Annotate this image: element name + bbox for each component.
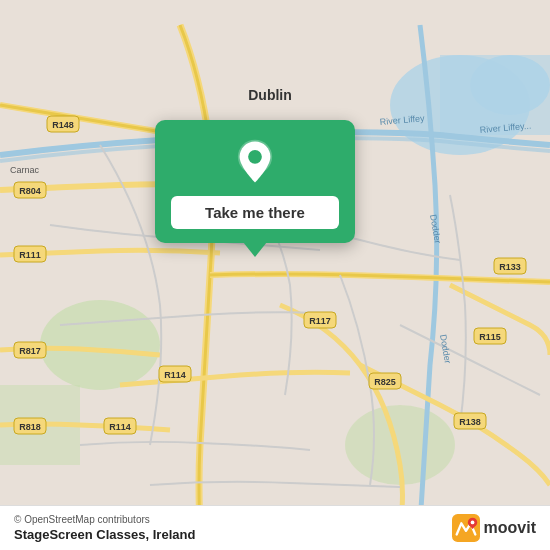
map-background: Dublin River Liffey River Liffey... Dodd… bbox=[0, 0, 550, 550]
popup-card: Take me there bbox=[155, 120, 355, 243]
moovit-brand-icon bbox=[452, 514, 480, 542]
svg-text:R138: R138 bbox=[459, 417, 481, 427]
bottom-left-info: © OpenStreetMap contributors StageScreen… bbox=[14, 514, 195, 542]
location-pin-icon bbox=[231, 138, 279, 186]
take-me-there-button[interactable]: Take me there bbox=[171, 196, 339, 229]
svg-text:Dublin: Dublin bbox=[248, 87, 292, 103]
svg-point-1 bbox=[40, 300, 160, 390]
svg-text:R804: R804 bbox=[19, 186, 41, 196]
svg-text:Carnac: Carnac bbox=[10, 165, 40, 175]
svg-text:R115: R115 bbox=[479, 332, 501, 342]
svg-text:R817: R817 bbox=[19, 346, 41, 356]
bottom-bar: © OpenStreetMap contributors StageScreen… bbox=[0, 505, 550, 550]
svg-text:R133: R133 bbox=[499, 262, 521, 272]
svg-text:R825: R825 bbox=[374, 377, 396, 387]
svg-text:R148: R148 bbox=[52, 120, 74, 130]
map-container: Dublin River Liffey River Liffey... Dodd… bbox=[0, 0, 550, 550]
osm-attribution: © OpenStreetMap contributors bbox=[14, 514, 195, 525]
moovit-logo: moovit bbox=[452, 514, 536, 542]
svg-point-40 bbox=[248, 150, 262, 164]
location-label: StageScreen Classes, Ireland bbox=[14, 527, 195, 542]
svg-point-43 bbox=[470, 521, 474, 525]
moovit-brand-label: moovit bbox=[484, 519, 536, 537]
svg-text:R117: R117 bbox=[309, 316, 331, 326]
svg-text:R111: R111 bbox=[19, 250, 41, 260]
svg-text:R114: R114 bbox=[109, 422, 131, 432]
svg-rect-41 bbox=[452, 514, 480, 542]
svg-text:R114: R114 bbox=[164, 370, 186, 380]
svg-text:R818: R818 bbox=[19, 422, 41, 432]
